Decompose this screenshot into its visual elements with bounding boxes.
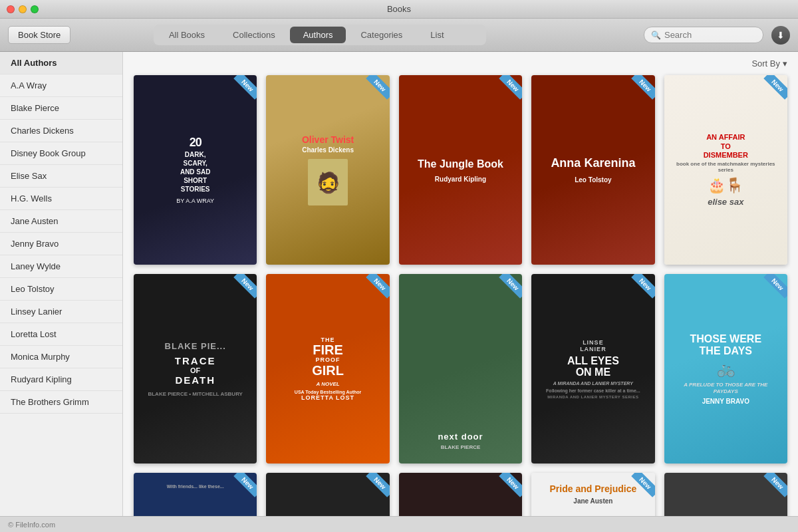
sidebar-item-hg-wells[interactable]: H.G. Wells <box>0 188 122 210</box>
book-item-ifsheblind[interactable]: LAW IFSHEWEREBLIND THE AFTER TWELVE SERI… <box>266 473 389 516</box>
search-icon: 🔍 <box>651 31 661 40</box>
book-item-jungle[interactable]: The Jungle Book Rudyard Kipling <box>399 75 522 265</box>
book-item-alleyes[interactable]: LINSE LANIER ALL EYESON ME A MIRANDA AND… <box>531 274 654 464</box>
book-item-affair[interactable]: AN AFFAIRTODISMEMBER book one of the mat… <box>664 75 787 265</box>
sort-bar: Sort By ▾ <box>134 59 787 68</box>
books-grid: 20 DARK,SCARY,AND SADSHORTSTORIES BY A.A… <box>134 75 787 516</box>
book-badge-pride <box>624 473 655 503</box>
book-badge-affair <box>757 75 787 106</box>
bookstore-button[interactable]: Book Store <box>8 26 70 44</box>
sort-by-button[interactable]: Sort By <box>751 59 780 68</box>
footer: © FileInfo.com <box>0 516 798 532</box>
close-button[interactable] <box>7 5 15 13</box>
book-item-pride[interactable]: Pride and Prejudice Jane Austen 👩 <box>531 473 654 516</box>
book-badge-grimm <box>757 473 787 503</box>
titlebar: Books <box>0 0 798 19</box>
search-bar: 🔍 <box>644 27 763 43</box>
app-title: Books <box>387 4 411 14</box>
sort-chevron-icon[interactable]: ▾ <box>783 59 787 68</box>
footer-credit: © FileInfo.com <box>8 521 55 529</box>
book-item-20dark[interactable]: 20 DARK,SCARY,AND SADSHORTSTORIES BY A.A… <box>134 75 257 265</box>
sidebar-item-monica-murphy[interactable]: Monica Murphy <box>0 346 122 368</box>
sidebar-item-linsey-lanier[interactable]: Linsey Lanier <box>0 301 122 323</box>
book-badge-thosedays <box>757 274 787 305</box>
sidebar: All AuthorsA.A WrayBlake PierceCharles D… <box>0 52 123 516</box>
window-controls <box>7 5 39 13</box>
toolbar: Book Store All Books Collections Authors… <box>0 19 798 52</box>
tab-all-books[interactable]: All Books <box>156 27 218 43</box>
maximize-button[interactable] <box>31 5 39 13</box>
book-item-trace[interactable]: BLAKE PIE... TRACE OF DEATH BLAKE PIERCE… <box>134 274 257 464</box>
tab-authors[interactable]: Authors <box>290 27 346 43</box>
search-input[interactable] <box>664 30 757 40</box>
book-item-justfriends[interactable]: With friends... like these... just frien… <box>134 473 257 516</box>
sidebar-item-aa-wray[interactable]: A.A Wray <box>0 74 122 97</box>
book-item-oliver[interactable]: Oliver Twist Charles Dickens 🧔 <box>266 75 389 265</box>
tab-collections[interactable]: Collections <box>219 27 289 43</box>
book-badge-timemachine <box>491 473 522 503</box>
book-item-anna[interactable]: Anna Karenina Leo Tolstoy <box>531 75 654 265</box>
book-badge-anna <box>624 75 655 106</box>
book-badge-alleyes <box>624 274 655 305</box>
sidebar-item-charles-dickens[interactable]: Charles Dickens <box>0 120 122 142</box>
book-badge-justfriends <box>226 473 257 503</box>
content-area: Sort By ▾ 20 DARK,SCARY,AND SADSHORTSTOR… <box>123 52 798 516</box>
book-badge-oliver <box>359 75 390 106</box>
sidebar-item-jane-austen[interactable]: Jane Austen <box>0 210 122 233</box>
sidebar-item-laney-wylde[interactable]: Laney Wylde <box>0 255 122 278</box>
download-button[interactable]: ⬇ <box>771 26 790 45</box>
book-item-thosedays[interactable]: THOSE WERETHE DAYS 🚲 A PRELUDE TO THOSE … <box>664 274 787 464</box>
book-badge-jungle <box>491 75 522 106</box>
sidebar-item-loretta-lost[interactable]: Loretta Lost <box>0 323 122 346</box>
sidebar-item-blake-pierce[interactable]: Blake Pierce <box>0 97 122 120</box>
minimize-button[interactable] <box>19 5 27 13</box>
book-badge-20dark <box>226 75 257 106</box>
sidebar-item-disney-book-group[interactable]: Disney Book Group <box>0 142 122 165</box>
book-badge-fireproof <box>359 274 390 305</box>
book-badge-nextdoor <box>491 274 522 305</box>
book-item-nextdoor[interactable]: next door BLAKE PIERCE <box>399 274 522 464</box>
tab-list[interactable]: List <box>417 27 457 43</box>
tab-categories[interactable]: Categories <box>347 27 416 43</box>
sidebar-item-jenny-bravo[interactable]: Jenny Bravo <box>0 233 122 255</box>
book-item-timemachine[interactable]: theTimeMachine H.G. WELLS <box>399 473 522 516</box>
sidebar-item-brothers-grimm[interactable]: The Brothers Grimm <box>0 391 122 414</box>
sidebar-item-rudyard-kipling[interactable]: Rudyard Kipling <box>0 368 122 391</box>
book-badge-ifsheblind <box>359 473 390 503</box>
nav-tabs: All Books Collections Authors Categories… <box>154 25 486 45</box>
main-container: All AuthorsA.A WrayBlake PierceCharles D… <box>0 52 798 516</box>
book-badge-trace <box>226 274 257 305</box>
sidebar-item-leo-tolstoy[interactable]: Leo Tolstoy <box>0 278 122 301</box>
book-item-grimm[interactable]: Grimm's Fairy Tales Wilhelm Grimm <box>664 473 787 516</box>
book-item-fireproof[interactable]: The FIRE PROOF GIRL A NOVEL USA Today Be… <box>266 274 389 464</box>
sidebar-item-all-authors[interactable]: All Authors <box>0 52 122 74</box>
sidebar-item-elise-sax[interactable]: Elise Sax <box>0 165 122 188</box>
